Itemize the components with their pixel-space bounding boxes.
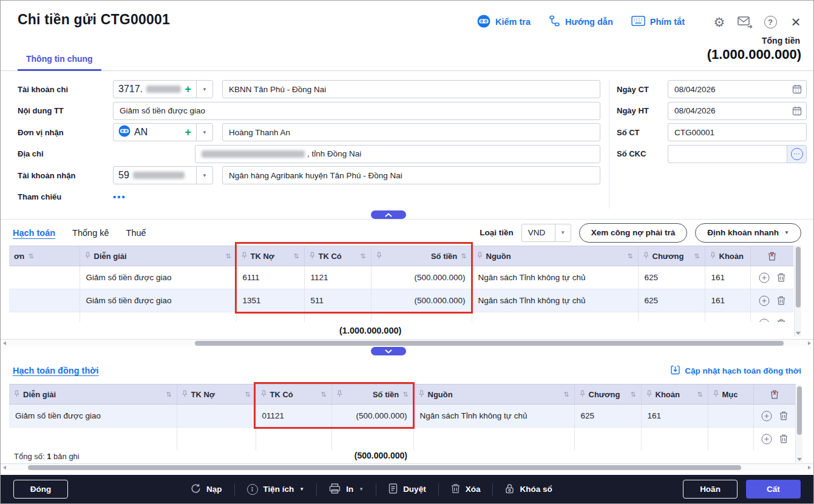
cell-chapter[interactable]: 625 — [638, 266, 705, 289]
guide-button[interactable]: Hướng dẫn — [549, 15, 613, 29]
cell-debit[interactable]: 6111 — [236, 266, 304, 289]
delete-row-icon[interactable] — [779, 411, 788, 420]
cell-amount[interactable]: (500.000.000) — [371, 266, 472, 289]
grid2-horizontal-scrollbar[interactable] — [1, 463, 813, 471]
add-row-icon[interactable] — [759, 272, 770, 283]
collapse-down-button[interactable] — [371, 347, 406, 355]
cell-extra[interactable] — [9, 289, 80, 312]
cell-source[interactable]: Ngân sách Tỉnh không tự chủ — [413, 405, 574, 428]
cell-item[interactable]: 161 — [705, 289, 750, 312]
view-payables-button[interactable]: Xem công nợ phải trả — [579, 223, 688, 243]
column-header-source[interactable]: Nguồn⇅ — [472, 246, 638, 266]
cell-credit[interactable]: 1121 — [304, 266, 371, 289]
column-header-sub-item[interactable]: Mục — [708, 385, 753, 405]
column-header-credit[interactable]: TK Có⇅ — [304, 246, 371, 266]
simultaneous-title-link[interactable]: Hạch toán đồng thời — [13, 366, 99, 375]
column-header-item[interactable]: Khoản⇅ — [641, 385, 708, 405]
cell-credit[interactable]: 511 — [304, 289, 371, 312]
column-header-desc[interactable]: Diễn giải⇅ — [80, 246, 236, 266]
delete-row-icon[interactable] — [777, 273, 785, 282]
lock-button[interactable]: Khóa sổ — [493, 483, 564, 496]
approve-button[interactable]: Duyệt — [376, 483, 438, 496]
grid1-vertical-scrollbar[interactable] — [794, 246, 801, 337]
address-input[interactable]: , tỉnh Đồng Nai — [195, 145, 600, 163]
add-row-icon[interactable] — [761, 434, 772, 445]
reference-more-icon[interactable]: ••• — [113, 192, 126, 202]
content-input[interactable]: Giảm số tiền được giao — [113, 102, 600, 120]
post-date-input[interactable]: 08/04/2026 — [668, 102, 807, 120]
grid2-vertical-scrollbar[interactable] — [795, 385, 802, 463]
add-row-icon[interactable] — [759, 295, 770, 306]
quick-entry-button[interactable]: Định khoản nhanh ▼ — [695, 223, 801, 243]
delete-all-icon[interactable]: × — [756, 252, 789, 261]
chevron-down-icon[interactable]: ▼ — [196, 167, 212, 184]
grid1-horizontal-scrollbar[interactable] — [1, 339, 813, 346]
help-icon[interactable]: ? — [761, 16, 779, 29]
tab-general-info[interactable]: Thông tin chung — [18, 50, 101, 71]
delete-all-icon[interactable]: × — [759, 390, 792, 399]
currency-select[interactable]: VND ▼ — [521, 224, 571, 242]
ckc-input[interactable] — [668, 146, 787, 163]
column-header-chapter[interactable]: Chương⇅ — [638, 246, 705, 266]
account-receive-combo[interactable]: 59 ▼ — [113, 166, 213, 184]
cell-chapter[interactable]: 625 — [574, 405, 641, 428]
add-row-icon[interactable] — [761, 411, 772, 422]
postpone-button[interactable]: Hoãn — [683, 480, 738, 499]
doc-no-input[interactable]: CTG00001 — [668, 123, 807, 141]
cell-extra[interactable] — [9, 266, 80, 289]
column-header-amount[interactable]: Số tiền⇅ — [371, 246, 472, 266]
utilities-button[interactable]: ⋮ Tiện ích ▼ — [235, 484, 317, 495]
chevron-down-icon[interactable]: ▼ — [196, 81, 212, 98]
calendar-icon[interactable] — [792, 106, 802, 118]
column-header-credit[interactable]: TK Có⇅ — [256, 385, 331, 405]
column-header-chapter[interactable]: Chương⇅ — [574, 385, 641, 405]
shortcut-button[interactable]: Phím tắt — [631, 16, 685, 28]
column-header-desc[interactable]: Diễn giải⇅ — [9, 385, 177, 405]
add-account-icon[interactable]: + — [185, 84, 191, 95]
receiver-name-input[interactable]: Hoàng Thanh An — [222, 123, 600, 141]
cell-amount[interactable]: (500.000.000) — [331, 405, 413, 428]
account-pay-name-input[interactable]: KBNN Tân Phú - Đồng Nai — [222, 80, 600, 98]
cell-debit[interactable] — [177, 405, 256, 428]
cell-item[interactable]: 161 — [641, 405, 708, 428]
cell-item[interactable]: 161 — [705, 266, 750, 289]
cell-credit[interactable]: 01121 — [256, 405, 331, 428]
cell-debit[interactable]: 1351 — [236, 289, 304, 312]
print-button[interactable]: In ▼ — [317, 483, 376, 496]
delete-row-icon[interactable] — [779, 434, 788, 443]
close-button[interactable]: Đóng — [13, 480, 68, 499]
cell-amount[interactable]: (500.000.000) — [371, 289, 472, 312]
cell-desc[interactable]: Giảm số tiền được giao — [80, 266, 236, 289]
send-mail-icon[interactable] — [736, 16, 754, 29]
column-header-debit[interactable]: TK Nợ⇅ — [177, 385, 256, 405]
cell-desc[interactable]: Giảm số tiền được giao — [9, 405, 177, 428]
check-button[interactable]: Kiểm tra — [477, 15, 531, 30]
chevron-down-icon[interactable]: ▼ — [196, 124, 212, 141]
cell-source[interactable]: Ngân sách Tỉnh không tự chủ — [472, 266, 638, 289]
update-simultaneous-button[interactable]: Cập nhật hạch toán đồng thời — [671, 365, 801, 377]
receiver-combo[interactable]: AN + ▼ — [113, 123, 213, 141]
cell-desc[interactable]: Giảm số tiền được giao — [80, 289, 236, 312]
cell-sub-item[interactable] — [708, 405, 753, 428]
ckc-lookup-button[interactable]: ⋯ — [787, 146, 806, 163]
add-receiver-icon[interactable]: + — [185, 127, 191, 138]
doc-date-input[interactable]: 08/04/2026 — [668, 80, 807, 98]
account-receive-name-input[interactable]: Ngân hàng Agribank huyện Tân Phú - Đồng … — [222, 166, 600, 184]
tab-accounting[interactable]: Hạch toán — [13, 228, 55, 238]
account-pay-combo[interactable]: 3717. + ▼ — [113, 80, 213, 98]
close-icon[interactable]: × — [787, 14, 805, 30]
tab-tax[interactable]: Thuế — [126, 228, 146, 238]
cell-chapter[interactable]: 625 — [638, 289, 705, 312]
collapse-up-button[interactable] — [371, 210, 406, 219]
column-header-extra[interactable]: ơn⇅ — [9, 246, 80, 266]
save-button[interactable]: Cất — [746, 480, 801, 499]
reload-button[interactable]: Nạp — [178, 483, 234, 496]
delete-row-icon[interactable] — [777, 296, 785, 305]
cell-source[interactable]: Ngân sách Tỉnh không tự chủ — [472, 289, 638, 312]
column-header-item[interactable]: Khoản — [705, 246, 750, 266]
calendar-icon[interactable] — [792, 84, 802, 96]
column-header-source[interactable]: Nguồn⇅ — [413, 385, 574, 405]
tab-statistics[interactable]: Thống kê — [72, 228, 109, 238]
column-header-debit[interactable]: TK Nợ⇅ — [236, 246, 304, 266]
settings-gear-icon[interactable]: ⚙ — [710, 16, 728, 29]
